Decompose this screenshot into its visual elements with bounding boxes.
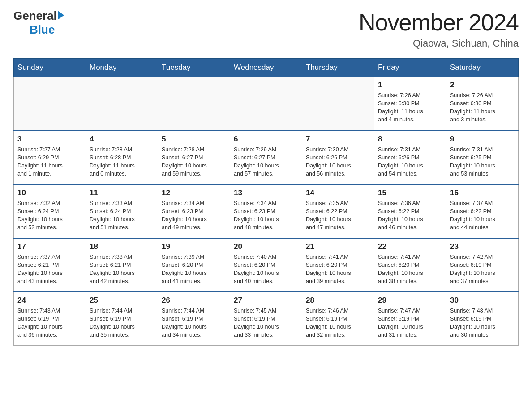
day-number: 11 bbox=[90, 188, 154, 197]
day-number: 7 bbox=[306, 135, 370, 144]
day-info: Sunrise: 7:27 AM Sunset: 6:29 PM Dayligh… bbox=[17, 146, 82, 178]
day-number: 25 bbox=[90, 296, 154, 305]
calendar-cell: 24Sunrise: 7:43 AM Sunset: 6:19 PM Dayli… bbox=[14, 292, 86, 346]
logo-arrow-icon bbox=[58, 11, 64, 20]
calendar-cell: 1Sunrise: 7:26 AM Sunset: 6:30 PM Daylig… bbox=[374, 77, 446, 131]
col-header-friday: Friday bbox=[374, 59, 446, 77]
day-info: Sunrise: 7:39 AM Sunset: 6:20 PM Dayligh… bbox=[162, 253, 226, 286]
day-info: Sunrise: 7:34 AM Sunset: 6:23 PM Dayligh… bbox=[162, 199, 226, 232]
day-info: Sunrise: 7:44 AM Sunset: 6:19 PM Dayligh… bbox=[90, 307, 154, 339]
calendar-cell: 20Sunrise: 7:40 AM Sunset: 6:20 PM Dayli… bbox=[230, 238, 302, 292]
calendar-cell: 13Sunrise: 7:34 AM Sunset: 6:23 PM Dayli… bbox=[230, 184, 302, 238]
day-info: Sunrise: 7:41 AM Sunset: 6:20 PM Dayligh… bbox=[378, 253, 442, 286]
day-number: 26 bbox=[162, 296, 226, 305]
day-number: 18 bbox=[90, 242, 154, 251]
day-number: 16 bbox=[450, 188, 515, 197]
day-info: Sunrise: 7:38 AM Sunset: 6:21 PM Dayligh… bbox=[90, 253, 154, 286]
calendar-cell: 21Sunrise: 7:41 AM Sunset: 6:20 PM Dayli… bbox=[302, 238, 374, 292]
day-info: Sunrise: 7:46 AM Sunset: 6:19 PM Dayligh… bbox=[306, 307, 370, 339]
col-header-sunday: Sunday bbox=[14, 59, 86, 77]
day-number: 21 bbox=[306, 242, 370, 251]
logo-general: General bbox=[13, 9, 57, 23]
day-info: Sunrise: 7:35 AM Sunset: 6:22 PM Dayligh… bbox=[306, 199, 370, 232]
day-info: Sunrise: 7:28 AM Sunset: 6:28 PM Dayligh… bbox=[90, 146, 154, 178]
calendar-week-row: 10Sunrise: 7:32 AM Sunset: 6:24 PM Dayli… bbox=[14, 184, 519, 238]
day-number: 30 bbox=[450, 296, 515, 305]
calendar-cell: 7Sunrise: 7:30 AM Sunset: 6:26 PM Daylig… bbox=[302, 131, 374, 184]
day-info: Sunrise: 7:34 AM Sunset: 6:23 PM Dayligh… bbox=[234, 199, 298, 232]
day-number: 8 bbox=[378, 135, 442, 144]
day-info: Sunrise: 7:48 AM Sunset: 6:19 PM Dayligh… bbox=[450, 307, 515, 339]
calendar-cell: 23Sunrise: 7:42 AM Sunset: 6:19 PM Dayli… bbox=[446, 238, 519, 292]
calendar-cell: 17Sunrise: 7:37 AM Sunset: 6:21 PM Dayli… bbox=[14, 238, 86, 292]
day-info: Sunrise: 7:47 AM Sunset: 6:19 PM Dayligh… bbox=[378, 307, 442, 339]
day-number: 13 bbox=[234, 188, 298, 197]
day-info: Sunrise: 7:26 AM Sunset: 6:30 PM Dayligh… bbox=[378, 91, 442, 124]
col-header-monday: Monday bbox=[86, 59, 158, 77]
calendar-cell: 4Sunrise: 7:28 AM Sunset: 6:28 PM Daylig… bbox=[86, 131, 158, 184]
month-title: November 2024 bbox=[359, 9, 519, 36]
calendar-cell: 12Sunrise: 7:34 AM Sunset: 6:23 PM Dayli… bbox=[158, 184, 230, 238]
day-info: Sunrise: 7:43 AM Sunset: 6:19 PM Dayligh… bbox=[17, 307, 82, 339]
calendar-header-row: SundayMondayTuesdayWednesdayThursdayFrid… bbox=[14, 59, 519, 77]
calendar-week-row: 24Sunrise: 7:43 AM Sunset: 6:19 PM Dayli… bbox=[14, 292, 519, 346]
calendar-cell bbox=[14, 77, 86, 131]
calendar-cell: 16Sunrise: 7:37 AM Sunset: 6:22 PM Dayli… bbox=[446, 184, 519, 238]
day-number: 4 bbox=[90, 135, 154, 144]
day-number: 29 bbox=[378, 296, 442, 305]
col-header-tuesday: Tuesday bbox=[158, 59, 230, 77]
calendar-week-row: 3Sunrise: 7:27 AM Sunset: 6:29 PM Daylig… bbox=[14, 131, 519, 184]
day-number: 5 bbox=[162, 135, 226, 144]
logo: General Blue bbox=[13, 9, 64, 37]
calendar-cell bbox=[302, 77, 374, 131]
day-number: 14 bbox=[306, 188, 370, 197]
day-info: Sunrise: 7:31 AM Sunset: 6:25 PM Dayligh… bbox=[450, 146, 515, 178]
calendar-cell: 8Sunrise: 7:31 AM Sunset: 6:26 PM Daylig… bbox=[374, 131, 446, 184]
day-info: Sunrise: 7:36 AM Sunset: 6:22 PM Dayligh… bbox=[378, 199, 442, 232]
calendar-cell: 18Sunrise: 7:38 AM Sunset: 6:21 PM Dayli… bbox=[86, 238, 158, 292]
page-header: General Blue November 2024 Qiaowa, Sichu… bbox=[13, 9, 519, 49]
calendar-week-row: 17Sunrise: 7:37 AM Sunset: 6:21 PM Dayli… bbox=[14, 238, 519, 292]
col-header-saturday: Saturday bbox=[446, 59, 519, 77]
calendar-cell: 19Sunrise: 7:39 AM Sunset: 6:20 PM Dayli… bbox=[158, 238, 230, 292]
day-info: Sunrise: 7:40 AM Sunset: 6:20 PM Dayligh… bbox=[234, 253, 298, 286]
day-number: 6 bbox=[234, 135, 298, 144]
calendar-cell: 15Sunrise: 7:36 AM Sunset: 6:22 PM Dayli… bbox=[374, 184, 446, 238]
day-number: 1 bbox=[378, 81, 442, 90]
calendar-week-row: 1Sunrise: 7:26 AM Sunset: 6:30 PM Daylig… bbox=[14, 77, 519, 131]
calendar-cell: 9Sunrise: 7:31 AM Sunset: 6:25 PM Daylig… bbox=[446, 131, 519, 184]
calendar-cell: 28Sunrise: 7:46 AM Sunset: 6:19 PM Dayli… bbox=[302, 292, 374, 346]
day-info: Sunrise: 7:29 AM Sunset: 6:27 PM Dayligh… bbox=[234, 146, 298, 178]
logo-blue: Blue bbox=[30, 23, 55, 36]
day-number: 17 bbox=[17, 242, 82, 251]
day-info: Sunrise: 7:37 AM Sunset: 6:22 PM Dayligh… bbox=[450, 199, 515, 232]
day-info: Sunrise: 7:42 AM Sunset: 6:19 PM Dayligh… bbox=[450, 253, 515, 286]
day-info: Sunrise: 7:37 AM Sunset: 6:21 PM Dayligh… bbox=[17, 253, 82, 286]
day-number: 3 bbox=[17, 135, 82, 144]
day-info: Sunrise: 7:44 AM Sunset: 6:19 PM Dayligh… bbox=[162, 307, 226, 339]
title-block: November 2024 Qiaowa, Sichuan, China bbox=[359, 9, 519, 49]
day-number: 2 bbox=[450, 81, 515, 90]
calendar-cell: 29Sunrise: 7:47 AM Sunset: 6:19 PM Dayli… bbox=[374, 292, 446, 346]
day-info: Sunrise: 7:41 AM Sunset: 6:20 PM Dayligh… bbox=[306, 253, 370, 286]
calendar-cell: 6Sunrise: 7:29 AM Sunset: 6:27 PM Daylig… bbox=[230, 131, 302, 184]
day-info: Sunrise: 7:45 AM Sunset: 6:19 PM Dayligh… bbox=[234, 307, 298, 339]
col-header-wednesday: Wednesday bbox=[230, 59, 302, 77]
day-number: 27 bbox=[234, 296, 298, 305]
calendar-cell: 26Sunrise: 7:44 AM Sunset: 6:19 PM Dayli… bbox=[158, 292, 230, 346]
calendar-cell: 25Sunrise: 7:44 AM Sunset: 6:19 PM Dayli… bbox=[86, 292, 158, 346]
calendar-cell: 27Sunrise: 7:45 AM Sunset: 6:19 PM Dayli… bbox=[230, 292, 302, 346]
calendar-cell: 22Sunrise: 7:41 AM Sunset: 6:20 PM Dayli… bbox=[374, 238, 446, 292]
day-number: 20 bbox=[234, 242, 298, 251]
day-info: Sunrise: 7:32 AM Sunset: 6:24 PM Dayligh… bbox=[17, 199, 82, 232]
calendar-cell: 14Sunrise: 7:35 AM Sunset: 6:22 PM Dayli… bbox=[302, 184, 374, 238]
day-info: Sunrise: 7:26 AM Sunset: 6:30 PM Dayligh… bbox=[450, 91, 515, 124]
day-number: 19 bbox=[162, 242, 226, 251]
day-number: 22 bbox=[378, 242, 442, 251]
col-header-thursday: Thursday bbox=[302, 59, 374, 77]
calendar-cell: 10Sunrise: 7:32 AM Sunset: 6:24 PM Dayli… bbox=[14, 184, 86, 238]
calendar-cell: 2Sunrise: 7:26 AM Sunset: 6:30 PM Daylig… bbox=[446, 77, 519, 131]
location: Qiaowa, Sichuan, China bbox=[359, 38, 519, 49]
day-number: 9 bbox=[450, 135, 515, 144]
calendar-cell bbox=[230, 77, 302, 131]
